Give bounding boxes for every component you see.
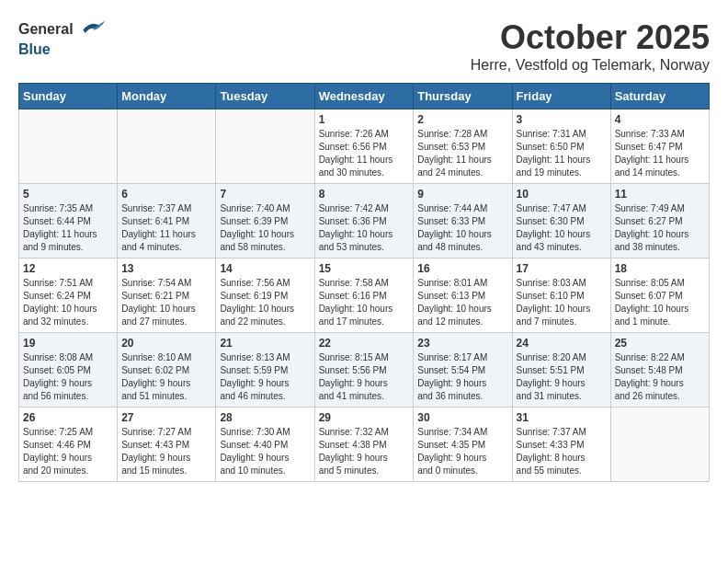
day-number: 27 xyxy=(121,411,211,424)
calendar-cell: 25Sunrise: 8:22 AM Sunset: 5:48 PM Dayli… xyxy=(610,333,709,408)
calendar-header-monday: Monday xyxy=(118,84,216,109)
day-number: 5 xyxy=(23,188,113,201)
month-title: October 2025 xyxy=(471,18,710,57)
logo: General Blue xyxy=(18,18,107,58)
day-number: 7 xyxy=(220,188,310,201)
day-number: 23 xyxy=(417,337,507,350)
calendar-cell: 3Sunrise: 7:31 AM Sunset: 6:50 PM Daylig… xyxy=(512,109,610,184)
day-info: Sunrise: 7:37 AM Sunset: 6:41 PM Dayligh… xyxy=(121,202,211,254)
calendar-cell: 13Sunrise: 7:54 AM Sunset: 6:21 PM Dayli… xyxy=(118,259,216,333)
day-info: Sunrise: 7:58 AM Sunset: 6:16 PM Dayligh… xyxy=(319,277,410,328)
calendar-cell xyxy=(19,109,118,184)
day-number: 30 xyxy=(417,411,507,424)
calendar-cell: 27Sunrise: 7:27 AM Sunset: 4:43 PM Dayli… xyxy=(118,408,216,482)
calendar-cell: 2Sunrise: 7:28 AM Sunset: 6:53 PM Daylig… xyxy=(414,109,512,184)
calendar-header-friday: Friday xyxy=(512,84,610,109)
day-number: 14 xyxy=(220,262,310,275)
day-number: 18 xyxy=(615,262,705,275)
calendar-cell: 15Sunrise: 7:58 AM Sunset: 6:16 PM Dayli… xyxy=(314,259,414,333)
day-number: 8 xyxy=(319,188,410,201)
day-info: Sunrise: 7:34 AM Sunset: 4:35 PM Dayligh… xyxy=(417,426,507,477)
day-number: 12 xyxy=(23,262,113,275)
day-number: 25 xyxy=(615,337,705,350)
day-info: Sunrise: 7:30 AM Sunset: 4:40 PM Dayligh… xyxy=(220,426,310,477)
calendar-cell: 14Sunrise: 7:56 AM Sunset: 6:19 PM Dayli… xyxy=(216,259,314,333)
calendar-cell: 21Sunrise: 8:13 AM Sunset: 5:59 PM Dayli… xyxy=(216,333,314,408)
calendar-cell: 29Sunrise: 7:32 AM Sunset: 4:38 PM Dayli… xyxy=(314,408,414,482)
day-info: Sunrise: 7:33 AM Sunset: 6:47 PM Dayligh… xyxy=(615,128,705,179)
logo-bird-icon xyxy=(79,18,107,41)
logo-general: General xyxy=(18,18,107,41)
day-number: 6 xyxy=(121,188,211,201)
header: General Blue October 2025 Herre, Vestfol… xyxy=(18,18,710,74)
logo-blue: Blue xyxy=(18,41,107,58)
calendar-cell: 17Sunrise: 8:03 AM Sunset: 6:10 PM Dayli… xyxy=(512,259,610,333)
calendar-cell xyxy=(216,109,314,184)
day-info: Sunrise: 7:26 AM Sunset: 6:56 PM Dayligh… xyxy=(319,128,410,179)
day-info: Sunrise: 7:27 AM Sunset: 4:43 PM Dayligh… xyxy=(121,426,211,477)
calendar-cell: 24Sunrise: 8:20 AM Sunset: 5:51 PM Dayli… xyxy=(512,333,610,408)
calendar-cell: 8Sunrise: 7:42 AM Sunset: 6:36 PM Daylig… xyxy=(314,184,414,259)
calendar: SundayMondayTuesdayWednesdayThursdayFrid… xyxy=(18,83,710,482)
calendar-cell: 10Sunrise: 7:47 AM Sunset: 6:30 PM Dayli… xyxy=(512,184,610,259)
calendar-header-wednesday: Wednesday xyxy=(314,84,414,109)
day-info: Sunrise: 8:08 AM Sunset: 6:05 PM Dayligh… xyxy=(23,351,113,403)
day-number: 15 xyxy=(319,262,410,275)
day-number: 10 xyxy=(517,188,607,201)
calendar-cell: 26Sunrise: 7:25 AM Sunset: 4:46 PM Dayli… xyxy=(19,408,118,482)
day-number: 28 xyxy=(220,411,310,424)
calendar-cell xyxy=(610,408,709,482)
calendar-cell: 19Sunrise: 8:08 AM Sunset: 6:05 PM Dayli… xyxy=(19,333,118,408)
day-number: 11 xyxy=(615,188,705,201)
day-info: Sunrise: 7:44 AM Sunset: 6:33 PM Dayligh… xyxy=(417,202,507,254)
calendar-cell: 23Sunrise: 8:17 AM Sunset: 5:54 PM Dayli… xyxy=(414,333,512,408)
location-title: Herre, Vestfold og Telemark, Norway xyxy=(471,57,710,74)
day-info: Sunrise: 8:10 AM Sunset: 6:02 PM Dayligh… xyxy=(121,351,211,403)
day-number: 21 xyxy=(220,337,310,350)
day-info: Sunrise: 7:35 AM Sunset: 6:44 PM Dayligh… xyxy=(23,202,113,254)
calendar-cell: 22Sunrise: 8:15 AM Sunset: 5:56 PM Dayli… xyxy=(314,333,414,408)
day-number: 24 xyxy=(517,337,607,350)
calendar-cell: 7Sunrise: 7:40 AM Sunset: 6:39 PM Daylig… xyxy=(216,184,314,259)
title-area: October 2025 Herre, Vestfold og Telemark… xyxy=(471,18,710,74)
day-info: Sunrise: 7:25 AM Sunset: 4:46 PM Dayligh… xyxy=(23,426,113,477)
day-info: Sunrise: 8:20 AM Sunset: 5:51 PM Dayligh… xyxy=(517,351,607,403)
day-info: Sunrise: 8:17 AM Sunset: 5:54 PM Dayligh… xyxy=(417,351,507,403)
calendar-cell xyxy=(118,109,216,184)
calendar-header-sunday: Sunday xyxy=(19,84,118,109)
day-number: 20 xyxy=(121,337,211,350)
day-info: Sunrise: 8:22 AM Sunset: 5:48 PM Dayligh… xyxy=(615,351,705,403)
calendar-cell: 12Sunrise: 7:51 AM Sunset: 6:24 PM Dayli… xyxy=(19,259,118,333)
calendar-week-4: 19Sunrise: 8:08 AM Sunset: 6:05 PM Dayli… xyxy=(19,333,710,408)
day-number: 19 xyxy=(23,337,113,350)
calendar-cell: 30Sunrise: 7:34 AM Sunset: 4:35 PM Dayli… xyxy=(414,408,512,482)
calendar-cell: 18Sunrise: 8:05 AM Sunset: 6:07 PM Dayli… xyxy=(610,259,709,333)
calendar-cell: 31Sunrise: 7:37 AM Sunset: 4:33 PM Dayli… xyxy=(512,408,610,482)
calendar-cell: 16Sunrise: 8:01 AM Sunset: 6:13 PM Dayli… xyxy=(414,259,512,333)
day-number: 2 xyxy=(417,113,507,126)
day-number: 17 xyxy=(517,262,607,275)
calendar-cell: 20Sunrise: 8:10 AM Sunset: 6:02 PM Dayli… xyxy=(118,333,216,408)
day-info: Sunrise: 7:31 AM Sunset: 6:50 PM Dayligh… xyxy=(517,128,607,179)
day-info: Sunrise: 7:40 AM Sunset: 6:39 PM Dayligh… xyxy=(220,202,310,254)
day-info: Sunrise: 7:54 AM Sunset: 6:21 PM Dayligh… xyxy=(121,277,211,328)
day-info: Sunrise: 7:28 AM Sunset: 6:53 PM Dayligh… xyxy=(417,128,507,179)
calendar-header-tuesday: Tuesday xyxy=(216,84,314,109)
day-info: Sunrise: 8:03 AM Sunset: 6:10 PM Dayligh… xyxy=(517,277,607,328)
calendar-header-saturday: Saturday xyxy=(610,84,709,109)
day-info: Sunrise: 8:05 AM Sunset: 6:07 PM Dayligh… xyxy=(615,277,705,328)
day-info: Sunrise: 8:15 AM Sunset: 5:56 PM Dayligh… xyxy=(319,351,410,403)
day-info: Sunrise: 7:51 AM Sunset: 6:24 PM Dayligh… xyxy=(23,277,113,328)
day-info: Sunrise: 7:47 AM Sunset: 6:30 PM Dayligh… xyxy=(517,202,607,254)
calendar-cell: 6Sunrise: 7:37 AM Sunset: 6:41 PM Daylig… xyxy=(118,184,216,259)
day-number: 3 xyxy=(517,113,607,126)
day-info: Sunrise: 8:01 AM Sunset: 6:13 PM Dayligh… xyxy=(417,277,507,328)
day-info: Sunrise: 7:56 AM Sunset: 6:19 PM Dayligh… xyxy=(220,277,310,328)
day-number: 31 xyxy=(517,411,607,424)
day-number: 22 xyxy=(319,337,410,350)
calendar-cell: 1Sunrise: 7:26 AM Sunset: 6:56 PM Daylig… xyxy=(314,109,414,184)
calendar-cell: 11Sunrise: 7:49 AM Sunset: 6:27 PM Dayli… xyxy=(610,184,709,259)
day-number: 29 xyxy=(319,411,410,424)
day-info: Sunrise: 8:13 AM Sunset: 5:59 PM Dayligh… xyxy=(220,351,310,403)
calendar-cell: 28Sunrise: 7:30 AM Sunset: 4:40 PM Dayli… xyxy=(216,408,314,482)
